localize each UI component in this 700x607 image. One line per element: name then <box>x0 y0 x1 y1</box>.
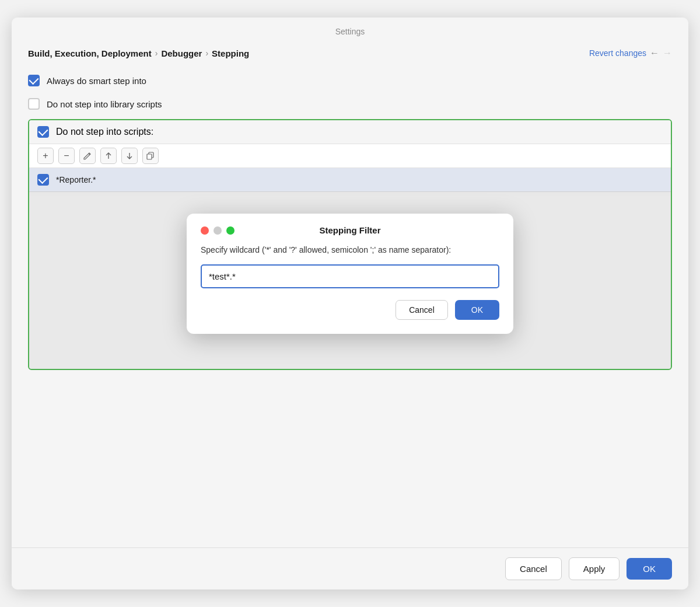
scripts-list: *Reporter.* <box>29 168 671 196</box>
script-item[interactable]: *Reporter.* <box>29 168 671 192</box>
toolbar-edit-button[interactable] <box>79 148 96 164</box>
scripts-toolbar: + − <box>29 144 671 168</box>
svg-rect-1 <box>147 154 152 159</box>
checkbox-always-smart-step[interactable] <box>28 75 40 86</box>
apply-button[interactable]: Apply <box>569 557 620 580</box>
cancel-button[interactable]: Cancel <box>505 557 562 580</box>
toolbar-move-down-button[interactable] <box>121 148 138 164</box>
modal-buttons: Cancel OK <box>201 300 499 320</box>
modal-ok-button[interactable]: OK <box>455 300 499 320</box>
breadcrumb-arrow-2: › <box>205 48 208 58</box>
window-close-button[interactable] <box>201 226 209 235</box>
modal-cancel-button[interactable]: Cancel <box>396 300 448 320</box>
content-area: Always do smart step into Do not step in… <box>12 68 688 547</box>
revert-changes-button[interactable]: Revert changes <box>589 48 646 58</box>
move-up-icon <box>104 152 113 160</box>
checkbox-row-library: Do not step into library scripts <box>28 96 672 112</box>
scripts-section: Do not step into scripts: + − <box>28 119 672 370</box>
wildcard-input[interactable] <box>201 264 499 288</box>
breadcrumb-arrow-1: › <box>155 48 158 58</box>
nav-back-button[interactable]: ← <box>650 48 659 58</box>
script-checkbox-0[interactable] <box>37 174 49 186</box>
checkbox-not-step-scripts[interactable] <box>37 126 49 138</box>
checkbox-label-library: Do not step into library scripts <box>47 99 162 109</box>
modal-description: Specify wildcard ('*' and '?' allowed, s… <box>201 245 499 256</box>
modal-titlebar: Stepping Filter <box>201 225 499 235</box>
breadcrumb-segment-2[interactable]: Debugger <box>161 48 202 58</box>
window-minimize-button[interactable] <box>214 226 222 235</box>
checkbox-label-smart-step: Always do smart step into <box>47 76 146 86</box>
nav-forward-button[interactable]: → <box>663 48 672 58</box>
edit-icon <box>83 152 92 160</box>
toolbar-copy-button[interactable] <box>142 148 159 164</box>
settings-window: Settings Build, Execution, Deployment › … <box>12 18 688 589</box>
window-controls <box>201 226 235 235</box>
breadcrumb-row: Build, Execution, Deployment › Debugger … <box>12 42 688 68</box>
checkbox-row-smart-step: Always do smart step into <box>28 72 672 89</box>
move-down-icon <box>125 152 134 160</box>
bottom-bar: Cancel Apply OK <box>12 547 688 589</box>
breadcrumb-segment-1[interactable]: Build, Execution, Deployment <box>28 48 152 58</box>
scripts-header-label: Do not step into scripts: <box>56 127 153 137</box>
window-maximize-button[interactable] <box>226 226 235 235</box>
modal-overlay: Stepping Filter Specify wildcard ('*' an… <box>29 196 671 369</box>
window-title: Settings <box>12 18 688 42</box>
toolbar-add-button[interactable]: + <box>37 148 54 164</box>
toolbar-move-up-button[interactable] <box>100 148 117 164</box>
copy-icon <box>146 152 155 160</box>
toolbar-remove-button[interactable]: − <box>58 148 75 164</box>
script-value-0: *Reporter.* <box>56 175 96 184</box>
revert-row: Revert changes ← → <box>589 48 672 58</box>
breadcrumb: Build, Execution, Deployment › Debugger … <box>28 48 249 58</box>
breadcrumb-segment-3[interactable]: Stepping <box>212 48 249 58</box>
checkbox-not-step-library[interactable] <box>28 98 40 110</box>
ok-button[interactable]: OK <box>626 558 672 580</box>
scripts-header: Do not step into scripts: <box>29 120 671 144</box>
modal-title: Stepping Filter <box>320 225 381 235</box>
modal-dialog: Stepping Filter Specify wildcard ('*' an… <box>187 214 513 334</box>
